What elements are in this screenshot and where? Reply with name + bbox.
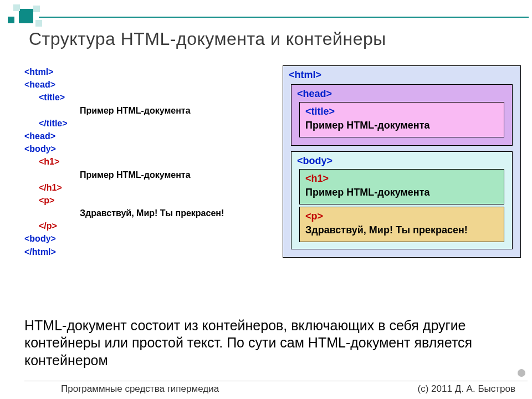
head-label: <head> <box>297 88 507 100</box>
html-label: <html> <box>289 69 515 81</box>
code-block: <html> <head> <title> Пример HTML-докуме… <box>24 65 263 258</box>
code-title-close: </title> <box>24 117 263 130</box>
slide-description: HTML-документ состоит из контейнеров, вк… <box>24 317 507 369</box>
code-title-text: Пример HTML-документа <box>24 104 263 117</box>
code-body-open: <body> <box>24 142 263 155</box>
title-label: <title> <box>305 106 498 117</box>
code-head-open: <head> <box>24 78 263 91</box>
h1-content: Пример HTML-документа <box>305 187 498 198</box>
body-label: <body> <box>297 155 507 167</box>
p-content: Здравствуй, Мир! Ты прекрасен! <box>305 224 498 236</box>
code-h1-text: Пример HTML-документа <box>24 168 263 181</box>
logo-mark <box>3 4 53 28</box>
code-body-close: <body> <box>24 232 263 245</box>
watermark-icon <box>518 369 525 377</box>
code-h1-open: <h1> <box>24 155 263 168</box>
code-p-text: Здравствуй, Мир! Ты прекрасен! <box>24 207 263 219</box>
p-label: <p> <box>305 211 498 222</box>
footer-left: Программные средства гипермедиа <box>61 383 219 395</box>
html-container: <html> <head> <title> Пример HTML-докуме… <box>283 65 521 258</box>
title-content: Пример HTML-документа <box>305 120 498 131</box>
code-head-close: <head> <box>24 130 263 142</box>
code-p-close: </p> <box>24 219 263 232</box>
code-html-close: </html> <box>24 245 263 258</box>
footer-rule <box>24 381 528 381</box>
footer-right: (c) 2011 Д. А. Быстров <box>418 383 515 395</box>
code-h1-close: </h1> <box>24 181 263 194</box>
container-diagram: <html> <head> <title> Пример HTML-докуме… <box>283 65 521 263</box>
slide-title: Структура HTML-документа и контейнеры <box>29 29 386 49</box>
body-container: <body> <h1> Пример HTML-документа <p> Зд… <box>291 151 513 249</box>
code-p-open: <p> <box>24 194 263 207</box>
h1-container: <h1> Пример HTML-документа <box>299 169 504 204</box>
p-container: <p> Здравствуй, Мир! Ты прекрасен! <box>299 207 504 242</box>
code-html-open: <html> <box>24 65 263 78</box>
header-rule <box>39 17 529 18</box>
code-title-open: <title> <box>24 91 263 104</box>
h1-label: <h1> <box>305 173 498 185</box>
title-container: <title> Пример HTML-документа <box>299 102 504 137</box>
head-container: <head> <title> Пример HTML-документа <box>291 84 513 146</box>
